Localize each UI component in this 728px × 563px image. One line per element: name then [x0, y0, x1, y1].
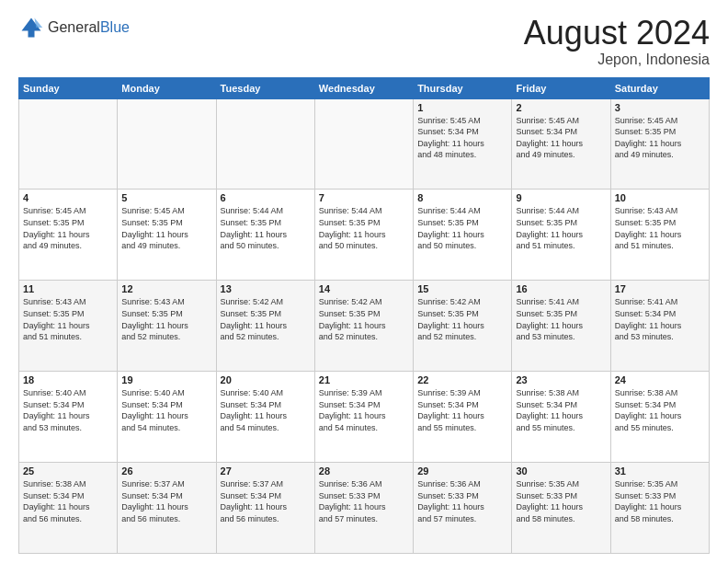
- day-number: 31: [615, 465, 705, 477]
- day-number: 29: [417, 465, 507, 477]
- calendar-cell: 24Sunrise: 5:38 AM Sunset: 5:34 PM Dayli…: [610, 372, 709, 463]
- day-info: Sunrise: 5:44 AM Sunset: 5:35 PM Dayligh…: [319, 205, 409, 251]
- day-number: 21: [319, 374, 409, 385]
- calendar-cell: 19Sunrise: 5:40 AM Sunset: 5:34 PM Dayli…: [118, 372, 216, 463]
- title-block: August 2024 Jepon, Indonesia: [524, 15, 710, 68]
- day-number: 7: [319, 192, 409, 203]
- day-info: Sunrise: 5:35 AM Sunset: 5:33 PM Dayligh…: [516, 478, 606, 524]
- calendar-cell: 2Sunrise: 5:45 AM Sunset: 5:34 PM Daylig…: [512, 98, 610, 190]
- day-info: Sunrise: 5:39 AM Sunset: 5:34 PM Dayligh…: [319, 387, 409, 433]
- calendar-cell: 8Sunrise: 5:44 AM Sunset: 5:35 PM Daylig…: [414, 190, 512, 281]
- day-info: Sunrise: 5:38 AM Sunset: 5:34 PM Dayligh…: [516, 387, 606, 433]
- day-number: 15: [417, 283, 507, 294]
- logo-blue: Blue: [100, 19, 130, 35]
- calendar-cell: 27Sunrise: 5:37 AM Sunset: 5:34 PM Dayli…: [216, 463, 314, 554]
- day-info: Sunrise: 5:40 AM Sunset: 5:34 PM Dayligh…: [221, 387, 311, 433]
- col-friday: Friday: [512, 77, 610, 98]
- day-number: 10: [615, 192, 705, 203]
- day-number: 12: [121, 283, 211, 294]
- calendar-cell: 4Sunrise: 5:45 AM Sunset: 5:35 PM Daylig…: [19, 190, 118, 281]
- col-saturday: Saturday: [610, 77, 709, 98]
- day-info: Sunrise: 5:41 AM Sunset: 5:35 PM Dayligh…: [516, 296, 606, 342]
- day-number: 20: [221, 374, 311, 385]
- calendar-cell: 5Sunrise: 5:45 AM Sunset: 5:35 PM Daylig…: [118, 190, 216, 281]
- week-row-4: 18Sunrise: 5:40 AM Sunset: 5:34 PM Dayli…: [19, 372, 710, 463]
- calendar-cell: 14Sunrise: 5:42 AM Sunset: 5:35 PM Dayli…: [314, 281, 413, 372]
- calendar-cell: 15Sunrise: 5:42 AM Sunset: 5:35 PM Dayli…: [414, 281, 512, 372]
- calendar-cell: 1Sunrise: 5:45 AM Sunset: 5:34 PM Daylig…: [414, 98, 512, 190]
- calendar-cell: 28Sunrise: 5:36 AM Sunset: 5:33 PM Dayli…: [314, 463, 413, 554]
- day-info: Sunrise: 5:39 AM Sunset: 5:34 PM Dayligh…: [417, 387, 507, 433]
- calendar-cell: 13Sunrise: 5:42 AM Sunset: 5:35 PM Dayli…: [216, 281, 314, 372]
- day-info: Sunrise: 5:36 AM Sunset: 5:33 PM Dayligh…: [319, 478, 409, 524]
- day-info: Sunrise: 5:43 AM Sunset: 5:35 PM Dayligh…: [121, 296, 211, 342]
- day-number: 4: [23, 192, 113, 203]
- day-info: Sunrise: 5:37 AM Sunset: 5:34 PM Dayligh…: [121, 478, 211, 524]
- calendar-subtitle: Jepon, Indonesia: [524, 52, 710, 68]
- calendar-cell: 23Sunrise: 5:38 AM Sunset: 5:34 PM Dayli…: [512, 372, 610, 463]
- day-info: Sunrise: 5:42 AM Sunset: 5:35 PM Dayligh…: [417, 296, 507, 342]
- day-number: 5: [121, 192, 211, 203]
- calendar-cell: [314, 98, 413, 190]
- calendar-cell: 26Sunrise: 5:37 AM Sunset: 5:34 PM Dayli…: [118, 463, 216, 554]
- col-tuesday: Tuesday: [216, 77, 314, 98]
- calendar-table: Sunday Monday Tuesday Wednesday Thursday…: [18, 77, 710, 554]
- calendar-cell: 25Sunrise: 5:38 AM Sunset: 5:34 PM Dayli…: [19, 463, 118, 554]
- day-number: 1: [417, 102, 507, 113]
- day-number: 27: [221, 465, 311, 477]
- day-info: Sunrise: 5:38 AM Sunset: 5:34 PM Dayligh…: [615, 387, 705, 433]
- day-number: 23: [516, 374, 606, 385]
- day-number: 19: [121, 374, 211, 385]
- day-number: 16: [516, 283, 606, 294]
- calendar-cell: 3Sunrise: 5:45 AM Sunset: 5:35 PM Daylig…: [610, 98, 709, 190]
- calendar-cell: [118, 98, 216, 190]
- calendar-cell: 6Sunrise: 5:44 AM Sunset: 5:35 PM Daylig…: [216, 190, 314, 281]
- col-sunday: Sunday: [19, 77, 118, 98]
- day-info: Sunrise: 5:41 AM Sunset: 5:34 PM Dayligh…: [615, 296, 705, 342]
- calendar-cell: 16Sunrise: 5:41 AM Sunset: 5:35 PM Dayli…: [512, 281, 610, 372]
- day-info: Sunrise: 5:45 AM Sunset: 5:34 PM Dayligh…: [516, 115, 606, 161]
- day-info: Sunrise: 5:40 AM Sunset: 5:34 PM Dayligh…: [23, 387, 113, 433]
- day-number: 25: [23, 465, 113, 477]
- calendar-cell: 11Sunrise: 5:43 AM Sunset: 5:35 PM Dayli…: [19, 281, 118, 372]
- day-info: Sunrise: 5:35 AM Sunset: 5:33 PM Dayligh…: [615, 478, 705, 524]
- day-number: 2: [516, 102, 606, 113]
- calendar-cell: 30Sunrise: 5:35 AM Sunset: 5:33 PM Dayli…: [512, 463, 610, 554]
- calendar-cell: 17Sunrise: 5:41 AM Sunset: 5:34 PM Dayli…: [610, 281, 709, 372]
- calendar-cell: [216, 98, 314, 190]
- day-info: Sunrise: 5:38 AM Sunset: 5:34 PM Dayligh…: [23, 478, 113, 524]
- logo-text: GeneralBlue: [48, 19, 130, 36]
- calendar-cell: 20Sunrise: 5:40 AM Sunset: 5:34 PM Dayli…: [216, 372, 314, 463]
- day-info: Sunrise: 5:36 AM Sunset: 5:33 PM Dayligh…: [417, 478, 507, 524]
- day-number: 30: [516, 465, 606, 477]
- day-info: Sunrise: 5:44 AM Sunset: 5:35 PM Dayligh…: [516, 205, 606, 251]
- calendar-cell: 22Sunrise: 5:39 AM Sunset: 5:34 PM Dayli…: [414, 372, 512, 463]
- day-info: Sunrise: 5:43 AM Sunset: 5:35 PM Dayligh…: [615, 205, 705, 251]
- day-number: 6: [221, 192, 311, 203]
- day-number: 9: [516, 192, 606, 203]
- day-info: Sunrise: 5:42 AM Sunset: 5:35 PM Dayligh…: [319, 296, 409, 342]
- calendar-title: August 2024: [524, 15, 710, 52]
- calendar-cell: 7Sunrise: 5:44 AM Sunset: 5:35 PM Daylig…: [314, 190, 413, 281]
- calendar-page: GeneralBlue August 2024 Jepon, Indonesia…: [0, 0, 728, 563]
- calendar-cell: [19, 98, 118, 190]
- day-info: Sunrise: 5:40 AM Sunset: 5:34 PM Dayligh…: [121, 387, 211, 433]
- day-info: Sunrise: 5:44 AM Sunset: 5:35 PM Dayligh…: [417, 205, 507, 251]
- header: GeneralBlue August 2024 Jepon, Indonesia: [18, 15, 710, 68]
- day-number: 13: [221, 283, 311, 294]
- calendar-cell: 31Sunrise: 5:35 AM Sunset: 5:33 PM Dayli…: [610, 463, 709, 554]
- week-row-1: 1Sunrise: 5:45 AM Sunset: 5:34 PM Daylig…: [19, 98, 710, 190]
- day-number: 24: [615, 374, 705, 385]
- day-info: Sunrise: 5:44 AM Sunset: 5:35 PM Dayligh…: [221, 205, 311, 251]
- week-row-2: 4Sunrise: 5:45 AM Sunset: 5:35 PM Daylig…: [19, 190, 710, 281]
- logo-icon: [18, 15, 44, 40]
- day-info: Sunrise: 5:43 AM Sunset: 5:35 PM Dayligh…: [23, 296, 113, 342]
- calendar-cell: 10Sunrise: 5:43 AM Sunset: 5:35 PM Dayli…: [610, 190, 709, 281]
- col-monday: Monday: [118, 77, 216, 98]
- week-row-3: 11Sunrise: 5:43 AM Sunset: 5:35 PM Dayli…: [19, 281, 710, 372]
- day-number: 11: [23, 283, 113, 294]
- col-thursday: Thursday: [414, 77, 512, 98]
- day-number: 17: [615, 283, 705, 294]
- calendar-cell: 29Sunrise: 5:36 AM Sunset: 5:33 PM Dayli…: [414, 463, 512, 554]
- day-info: Sunrise: 5:45 AM Sunset: 5:34 PM Dayligh…: [417, 115, 507, 161]
